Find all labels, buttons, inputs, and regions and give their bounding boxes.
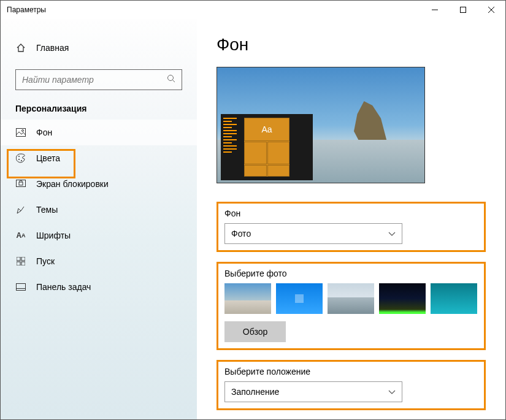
nav-list: Фон Цвета Экран блокировки Темы AA Шрифт… [1, 120, 197, 300]
desktop-preview: Aa [217, 67, 425, 183]
window-title: Параметры [7, 6, 46, 14]
content: Фон Aa Фон Фото [197, 19, 505, 419]
nav-label: Пуск [36, 256, 55, 266]
preview-sample-text: Aa [244, 118, 289, 141]
search-input[interactable] [22, 75, 145, 85]
svg-rect-11 [17, 180, 26, 187]
photo-thumb-1[interactable] [224, 283, 271, 314]
svg-rect-13 [17, 257, 20, 261]
photo-thumbnails [224, 283, 478, 314]
search-box[interactable] [15, 69, 182, 90]
nav-item-themes[interactable]: Темы [1, 197, 197, 223]
nav-item-background[interactable]: Фон [1, 120, 197, 145]
photo-thumb-5[interactable] [431, 283, 477, 314]
svg-point-4 [168, 75, 174, 81]
position-label: Выберите положение [224, 367, 478, 376]
section-heading: Персонализация [1, 104, 197, 120]
nav-label: Темы [36, 205, 58, 215]
preview-mock-tiles: Aa [244, 118, 289, 177]
chevron-down-icon [388, 387, 396, 397]
window-controls [421, 1, 505, 19]
svg-line-5 [173, 80, 175, 83]
body: Главная Персонализация Фон Цвета [1, 19, 505, 419]
highlight-nav-background [7, 149, 75, 178]
svg-point-7 [22, 130, 24, 132]
titlebar: Параметры [1, 1, 505, 19]
lockscreen-icon [15, 178, 26, 189]
sidebar: Главная Персонализация Фон Цвета [1, 19, 197, 419]
svg-rect-1 [461, 7, 466, 13]
nav-label: Панель задач [36, 282, 91, 292]
highlight-position-dropdown: Выберите положение Заполнение [217, 360, 486, 410]
svg-rect-14 [21, 257, 25, 261]
maximize-icon [460, 7, 466, 13]
minimize-icon [432, 7, 438, 13]
preview-start-mock: Aa [221, 114, 313, 180]
nav-label: Экран блокировки [36, 179, 109, 189]
position-value: Заполнение [231, 387, 279, 397]
svg-rect-16 [21, 262, 25, 265]
background-value: Фото [231, 229, 251, 239]
nav-label: Фон [36, 128, 52, 137]
close-button[interactable] [477, 1, 505, 19]
search-icon [167, 74, 175, 85]
chevron-down-icon [388, 229, 396, 239]
taskbar-icon [15, 281, 26, 292]
choose-photo-label: Выберите фото [224, 269, 478, 278]
home-link[interactable]: Главная [1, 37, 197, 58]
maximize-button[interactable] [449, 1, 477, 19]
svg-rect-17 [17, 284, 26, 291]
nav-item-fonts[interactable]: AA Шрифты [1, 223, 197, 248]
highlight-background-dropdown: Фон Фото [217, 202, 486, 252]
themes-icon [15, 204, 26, 215]
fonts-icon: AA [15, 230, 26, 241]
page-title: Фон [217, 35, 486, 55]
home-icon [15, 42, 26, 53]
preview-mock-sidebar [223, 118, 240, 177]
nav-item-taskbar[interactable]: Панель задач [1, 274, 197, 300]
settings-window: Параметры Главная [0, 0, 506, 420]
highlight-choose-photo: Выберите фото Обзор [217, 262, 486, 350]
nav-label: Шрифты [36, 231, 71, 240]
svg-rect-12 [19, 182, 23, 185]
position-dropdown[interactable]: Заполнение [224, 381, 402, 402]
close-icon [488, 7, 494, 13]
start-icon [15, 256, 26, 267]
photo-thumb-4[interactable] [379, 283, 426, 314]
photo-thumb-3[interactable] [328, 283, 374, 314]
home-label: Главная [36, 43, 69, 53]
background-label: Фон [224, 208, 478, 218]
svg-rect-15 [17, 262, 20, 265]
browse-button[interactable]: Обзор [224, 321, 286, 342]
nav-item-start[interactable]: Пуск [1, 248, 197, 274]
svg-rect-6 [17, 129, 26, 137]
background-dropdown[interactable]: Фото [224, 223, 402, 244]
picture-icon [15, 127, 26, 138]
photo-thumb-2[interactable] [276, 283, 323, 314]
minimize-button[interactable] [421, 1, 449, 19]
